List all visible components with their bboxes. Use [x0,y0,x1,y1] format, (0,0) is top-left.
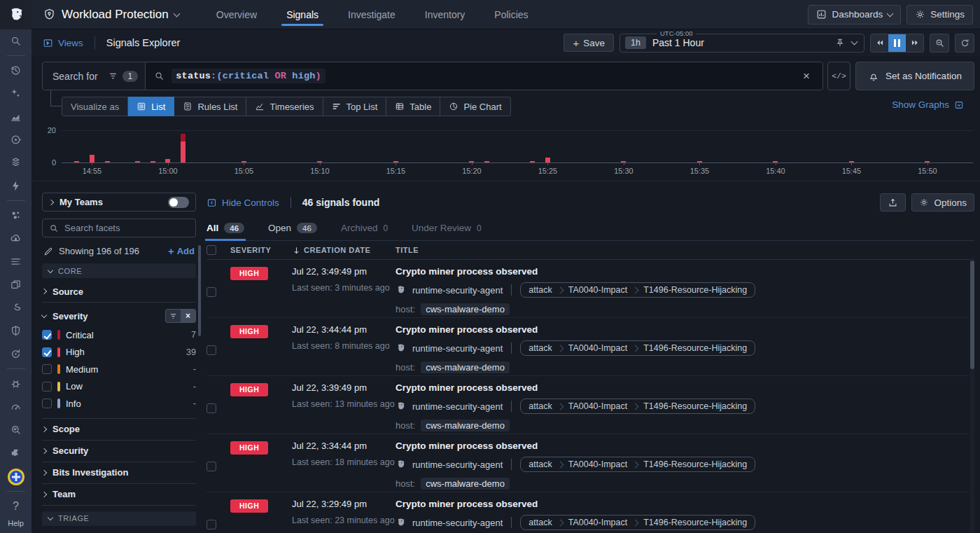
signal-title[interactable]: Crypto miner process observed [396,324,969,335]
dashboards-button[interactable]: Dashboards [808,5,901,25]
pin-icon[interactable] [835,38,845,48]
tag-attack[interactable]: attack [521,399,559,413]
refresh-button[interactable] [955,34,974,53]
tab-under-review[interactable]: Under Review0 [412,223,481,240]
severity-option-high[interactable]: High39 [42,344,196,361]
save-button[interactable]: +Save [564,34,614,52]
clear-query-icon[interactable]: × [799,69,814,83]
signal-row[interactable]: HIGHJul 22, 3:49:49 pmLast seen: 3 minut… [206,260,969,318]
history-icon[interactable] [7,59,25,82]
logs-icon[interactable] [7,250,25,273]
checkbox[interactable] [42,364,52,374]
tag-attack[interactable]: attack [521,341,559,355]
host-value[interactable]: cws-malware-demo [421,478,510,490]
signal-title[interactable]: Crypto miner process observed [396,441,969,451]
signal-row[interactable]: HIGHJul 22, 3:44:44 pmLast seen: 8 minut… [206,318,969,376]
facet-row-bits-investigation[interactable]: Bits Investigation [42,462,196,483]
row-checkbox[interactable] [206,462,216,471]
checkbox[interactable] [42,399,52,408]
set-as-notification-button[interactable]: Set as Notification [855,62,974,90]
row-checkbox[interactable] [206,345,216,355]
tag-t1496-resource-hijacking[interactable]: T1496-Resource-Hijacking [636,341,755,355]
help-label[interactable]: Help [8,519,24,527]
facet-row-security[interactable]: Security [42,441,196,462]
options-button[interactable]: Options [911,193,974,212]
views-button[interactable]: Views [31,29,94,56]
pause-button[interactable] [888,34,906,52]
chart-bar-high[interactable] [150,161,155,163]
my-teams-toggle[interactable] [168,197,189,208]
settings-button[interactable]: Settings [906,5,973,25]
signal-title[interactable]: Crypto miner process observed [396,266,969,277]
service-map-icon[interactable] [7,204,25,227]
step-forward-button[interactable] [906,34,923,52]
chart-bar-high[interactable] [135,161,140,163]
facet-search-input[interactable] [64,223,189,233]
signals-timeseries-chart[interactable]: 20 0 14:5515:0015:0515:1015:1515:2015:25… [0,118,980,181]
link-icon[interactable] [7,296,25,319]
tab-open[interactable]: Open46 [268,223,317,240]
infrastructure-icon[interactable] [7,151,25,174]
step-back-button[interactable] [871,34,888,52]
nav-item-signals[interactable]: Signals [272,0,333,29]
tag-ta0040-impact[interactable]: TA0040-Impact [561,515,636,529]
export-button[interactable] [880,193,906,212]
signal-row[interactable]: HIGHJul 22, 3:29:49 pmLast seen: 23 minu… [206,492,969,533]
tag-ta0040-impact[interactable]: TA0040-Impact [561,457,636,471]
viz-option-list[interactable]: List [128,97,174,116]
source-name[interactable]: runtime-security-agent [412,518,503,528]
row-checkbox[interactable] [206,287,216,297]
user-avatar[interactable] [0,465,31,488]
search-icon[interactable] [7,29,25,53]
filter-icon[interactable] [108,71,118,81]
chart-bar-high[interactable] [90,155,94,163]
viz-option-table[interactable]: Table [386,97,440,116]
chart-bar-critical[interactable] [181,134,186,142]
time-range-picker[interactable]: UTC-05:00 1h Past 1 Hour [620,34,864,53]
query-zone[interactable]: status:(critical OR high) × [145,62,822,90]
caret-down-icon[interactable] [851,39,858,46]
signal-title[interactable]: Crypto miner process observed [396,382,969,393]
nav-item-investigate[interactable]: Investigate [333,0,410,29]
column-severity[interactable]: SEVERITY [230,246,292,254]
tab-archived[interactable]: Archived0 [341,223,388,240]
core-section-header[interactable]: CORE [42,263,196,278]
error-tracking-bug-icon[interactable] [7,372,25,395]
software-catalog-icon[interactable] [7,273,25,296]
hide-controls-button[interactable]: Hide Controls [206,198,279,208]
quality-gauge-icon[interactable] [7,395,25,418]
host-value[interactable]: cws-malware-demo [421,420,510,431]
chart-bar-high[interactable] [530,161,535,163]
nav-item-policies[interactable]: Policies [479,0,542,29]
viz-option-rules-list[interactable]: Rules List [174,97,246,116]
signal-row[interactable]: HIGHJul 22, 3:34:44 pmLast seen: 18 minu… [206,434,969,492]
chart-bar-high[interactable] [545,158,550,162]
checkbox[interactable] [42,382,52,392]
pencil-icon[interactable] [43,247,53,256]
metrics-icon[interactable] [7,105,25,128]
marketplace-puzzle-icon[interactable] [0,442,31,465]
source-name[interactable]: runtime-security-agent [412,459,503,470]
severity-clear-icon[interactable]: × [181,310,195,322]
show-graphs-link[interactable]: Show Graphs [892,99,964,110]
row-checkbox[interactable] [206,520,216,529]
facet-row-team[interactable]: Team [42,484,196,505]
triage-section-header[interactable]: TRIAGE [42,511,196,526]
apm-target-icon[interactable] [7,128,25,151]
add-facet-button[interactable]: +Add [168,245,195,257]
lightning-icon[interactable] [7,174,25,198]
severity-filter-icon[interactable] [166,310,181,322]
tag-ta0040-impact[interactable]: TA0040-Impact [561,283,636,297]
help-icon[interactable]: ? [0,494,31,518]
facet-row-source[interactable]: Source [42,281,196,302]
code-view-button[interactable]: </> [827,62,850,90]
tag-attack[interactable]: attack [521,515,559,529]
tag-t1496-resource-hijacking[interactable]: T1496-Resource-Hijacking [636,457,755,471]
checkbox[interactable] [42,330,52,340]
chart-bar-high[interactable] [484,161,489,163]
chart-bar-high[interactable] [105,161,110,163]
select-all-checkbox[interactable] [206,245,216,255]
app-security-shield-icon[interactable] [7,319,25,342]
signal-row[interactable]: HIGHJul 22, 3:39:49 pmLast seen: 13 minu… [206,376,969,434]
tag-ta0040-impact[interactable]: TA0040-Impact [561,399,636,413]
